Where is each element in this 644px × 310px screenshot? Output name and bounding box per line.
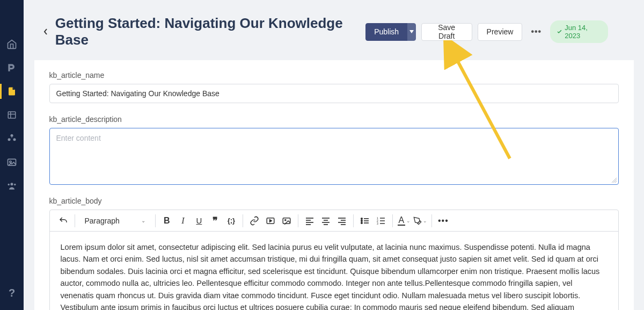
chevron-down-icon: ⌄ bbox=[141, 218, 145, 224]
separator bbox=[298, 214, 298, 227]
more-actions-button[interactable]: ••• bbox=[528, 23, 545, 41]
status-date-badge: Jun 14, 2023 bbox=[550, 20, 608, 43]
svg-point-10 bbox=[14, 184, 16, 185]
description-input[interactable] bbox=[56, 134, 612, 177]
page-header: Getting Started: Navigating Our Knowledg… bbox=[24, 0, 623, 60]
font-color-button[interactable]: A ⌄ bbox=[396, 213, 412, 229]
svg-point-28 bbox=[361, 222, 362, 223]
field-article-name: kb_article_name bbox=[49, 71, 619, 103]
align-left-button[interactable] bbox=[302, 213, 318, 229]
publish-caret-button[interactable] bbox=[407, 23, 416, 41]
svg-point-26 bbox=[361, 218, 362, 219]
svg-text:3: 3 bbox=[377, 222, 378, 225]
field-label-name: kb_article_name bbox=[49, 71, 619, 80]
numbered-list-button[interactable]: 123 bbox=[373, 213, 389, 229]
more-tools-button[interactable]: ••• bbox=[435, 213, 451, 229]
left-sidebar: ? bbox=[0, 0, 24, 310]
italic-button[interactable]: I bbox=[175, 213, 191, 229]
form-area: kb_article_name kb_article_description k… bbox=[34, 60, 634, 310]
date-label: Jun 14, 2023 bbox=[565, 24, 602, 40]
undo-button[interactable] bbox=[55, 213, 71, 229]
link-button[interactable] bbox=[246, 213, 262, 229]
format-dropdown[interactable]: Paragraph ⌄ bbox=[78, 213, 152, 229]
svg-rect-0 bbox=[8, 112, 16, 118]
video-button[interactable] bbox=[262, 213, 279, 229]
sidebar-item-plugins[interactable] bbox=[0, 127, 24, 150]
separator bbox=[431, 214, 432, 227]
svg-point-9 bbox=[8, 184, 10, 185]
separator bbox=[392, 214, 393, 227]
header-actions: Publish Save Draft Preview ••• Jun 14, 2… bbox=[365, 20, 608, 43]
highlight-button[interactable]: ⌄ bbox=[412, 213, 428, 229]
sidebar-item-users[interactable] bbox=[0, 174, 24, 198]
separator bbox=[75, 214, 75, 227]
save-draft-button[interactable]: Save Draft bbox=[421, 23, 472, 41]
back-button[interactable] bbox=[39, 24, 53, 39]
publish-button-group: Publish bbox=[365, 23, 416, 41]
bullet-list-button[interactable] bbox=[357, 213, 373, 229]
sidebar-item-data[interactable] bbox=[0, 103, 24, 127]
field-body: kb_article_body Paragraph ⌄ B I bbox=[49, 197, 619, 310]
svg-point-7 bbox=[10, 161, 11, 163]
rte-toolbar: Paragraph ⌄ B I U ❞ {;} bbox=[50, 210, 618, 232]
sidebar-item-help[interactable]: ? bbox=[0, 281, 24, 305]
align-right-button[interactable] bbox=[334, 213, 350, 229]
svg-point-13 bbox=[285, 219, 286, 220]
description-wrap bbox=[49, 128, 619, 185]
resize-handle-icon[interactable] bbox=[611, 177, 617, 183]
article-body-input[interactable]: Lorem ipsum dolor sit amet, consectetur … bbox=[50, 232, 618, 310]
underline-button[interactable]: U bbox=[191, 213, 207, 229]
preview-button[interactable]: Preview bbox=[478, 23, 523, 41]
separator bbox=[243, 214, 243, 227]
rich-text-editor: Paragraph ⌄ B I U ❞ {;} bbox=[49, 210, 619, 310]
align-center-button[interactable] bbox=[318, 213, 334, 229]
quote-button[interactable]: ❞ bbox=[207, 213, 223, 229]
field-description: kb_article_description bbox=[49, 115, 619, 185]
code-button[interactable]: {;} bbox=[223, 213, 239, 229]
image-button[interactable] bbox=[279, 213, 295, 229]
article-name-input[interactable] bbox=[49, 84, 619, 103]
bold-button[interactable]: B bbox=[159, 213, 175, 229]
svg-point-27 bbox=[361, 220, 362, 221]
format-label: Paragraph bbox=[85, 217, 120, 225]
field-label-description: kb_article_description bbox=[49, 115, 619, 124]
svg-point-8 bbox=[11, 183, 13, 185]
main-content: Getting Started: Navigating Our Knowledg… bbox=[24, 0, 644, 310]
separator bbox=[353, 214, 354, 227]
publish-button[interactable]: Publish bbox=[365, 23, 407, 41]
sidebar-item-media[interactable] bbox=[0, 150, 24, 174]
sidebar-item-home[interactable] bbox=[0, 32, 24, 56]
svg-point-3 bbox=[11, 134, 13, 137]
sidebar-item-blog[interactable] bbox=[0, 56, 24, 80]
separator bbox=[155, 214, 156, 227]
sidebar-item-pages[interactable] bbox=[0, 80, 24, 103]
page-title: Getting Started: Navigating Our Knowledg… bbox=[55, 15, 365, 48]
field-label-body: kb_article_body bbox=[49, 197, 619, 205]
